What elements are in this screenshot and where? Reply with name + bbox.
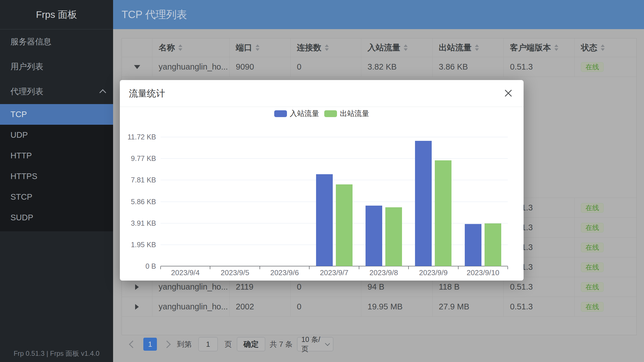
gridline [161,158,508,159]
status-badge: 在线 [581,262,604,272]
collapse-row-icon[interactable] [134,65,140,69]
bar-inbound [366,206,382,266]
sidebar-item-proxy-list[interactable]: 代理列表 [0,79,113,104]
sidebar-item-label: 服务器信息 [10,36,51,48]
goto-page-input[interactable]: 1 [198,337,218,351]
sort-icon[interactable] [256,44,260,51]
gridline [161,245,508,245]
bar-inbound [415,141,432,266]
sort-desc-icon[interactable] [325,48,329,51]
y-axis-tick-label: 1.95 KB [119,241,156,249]
bar-outbound [435,160,451,266]
sidebar-item-sudp[interactable]: SUDP [0,207,113,228]
status-badge: 在线 [581,62,604,72]
table-row: yanghuanglin_ho...2002019.95 MB27.9 MB0.… [122,297,636,317]
y-axis-tick-label: 3.91 KB [119,219,156,227]
sidebar: Frps 面板 服务器信息 用户列表 代理列表 TCP UDP HTTP HTT… [0,0,113,362]
sort-icon[interactable] [178,44,182,51]
x-axis-tick-label: 2023/9/7 [309,268,359,277]
sort-desc-icon[interactable] [475,48,479,51]
x-axis-tick-label: 2023/9/9 [409,268,458,277]
sidebar-item-udp[interactable]: UDP [0,125,113,145]
traffic-bar-chart: 0 B1.95 KB3.91 KB5.86 KB7.81 KB9.77 KB11… [120,80,524,281]
column-header-expand [122,38,152,57]
sort-desc-icon[interactable] [256,48,260,51]
goto-suffix-label: 页 [224,339,232,349]
sidebar-item-stcp[interactable]: STCP [0,187,113,207]
column-header-label: 端口 [236,42,252,53]
cell-expand [122,297,152,316]
column-header-label: 出站流量 [439,42,472,53]
sort-icon[interactable] [475,44,479,51]
column-header-name[interactable]: 名称 [152,38,230,57]
column-header-traffic_in[interactable]: 入站流量 [361,38,433,57]
sort-desc-icon[interactable] [178,48,182,51]
sort-icon[interactable] [325,44,329,51]
version-footer: Frp 0.51.3 | Frps 面板 v1.4.0 [0,349,113,358]
submenu-label: SUDP [10,213,33,222]
sort-asc-icon[interactable] [601,44,605,47]
sort-desc-icon[interactable] [554,48,558,51]
page-size-select[interactable]: 10 条/页 [297,337,333,351]
column-header-traffic_out[interactable]: 出站流量 [433,38,504,57]
column-header-_status[interactable]: 状态 [575,38,636,57]
cell-status: 在线 [575,218,636,237]
prev-page-icon[interactable] [129,341,137,348]
cell-port: 2002 [230,297,291,316]
column-header-label: 连接数 [297,42,321,53]
sort-icon[interactable] [601,44,605,51]
cell-version: 0.51.3 [504,297,575,316]
cell-status: 在线 [575,297,636,316]
pagination: 1 到第 1 页 确定 共 7 条 10 条/页 [122,337,637,351]
sidebar-item-server-info[interactable]: 服务器信息 [0,29,113,54]
column-header-label: 入站流量 [368,42,400,53]
sort-desc-icon[interactable] [601,48,605,51]
x-axis-tick-label: 2023/9/4 [161,268,210,277]
sort-asc-icon[interactable] [404,44,408,47]
sort-asc-icon[interactable] [325,44,329,47]
cell-expand [122,57,152,77]
table-row: yanghuanglin_ho...909003.82 KB3.86 KB0.5… [122,57,636,77]
app-title: Frps 面板 [0,0,113,29]
next-page-icon[interactable] [163,341,171,348]
y-axis-tick-label: 5.86 KB [119,198,156,206]
sidebar-item-user-list[interactable]: 用户列表 [0,54,113,79]
expand-row-icon[interactable] [135,284,139,290]
confirm-button[interactable]: 确定 [237,337,265,351]
status-badge: 在线 [581,203,604,213]
sort-icon[interactable] [554,44,558,51]
cell-trafficout: 27.9 MB [433,297,504,316]
status-badge: 在线 [581,302,604,312]
bar-outbound [385,207,402,266]
sidebar-item-tcp[interactable]: TCP [0,104,113,125]
expand-row-icon[interactable] [135,304,139,310]
sort-asc-icon[interactable] [256,44,260,47]
cell-connections: 0 [291,297,361,316]
sort-asc-icon[interactable] [554,44,558,47]
column-header-version[interactable]: 客户端版本 [504,38,575,57]
sort-icon[interactable] [404,44,408,51]
cell-name: yanghuanglin_ho... [152,57,230,77]
sidebar-item-http[interactable]: HTTP [0,145,113,166]
page-size-value: 10 条/页 [301,335,326,354]
status-badge: 在线 [581,282,604,292]
sort-asc-icon[interactable] [475,44,479,47]
sort-desc-icon[interactable] [404,48,408,51]
sort-asc-icon[interactable] [178,44,182,47]
bar-inbound [316,174,333,266]
cell-status: 在线 [575,277,636,297]
cell-status: 在线 [575,57,636,77]
cell-status: 在线 [575,238,636,257]
page-number-button[interactable]: 1 [143,338,157,351]
submenu-label: UDP [10,130,28,140]
column-header-port[interactable]: 端口 [230,38,291,57]
traffic-stats-dialog: 流量统计 入站流量 出站流量 0 B1.95 KB3.91 KB5.86 KB7… [120,80,524,281]
cell-trafficout: 3.86 KB [433,57,504,77]
column-header-connections[interactable]: 连接数 [291,38,361,57]
x-axis-tick-label: 2023/9/6 [260,268,309,277]
submenu-label: HTTP [10,151,32,160]
sidebar-menu: 服务器信息 用户列表 代理列表 TCP UDP HTTP HTTPS STCP … [0,29,113,231]
column-header-label: 客户端版本 [510,42,551,53]
cell-name: yanghuanglin_ho... [152,297,230,316]
sidebar-item-https[interactable]: HTTPS [0,166,113,187]
